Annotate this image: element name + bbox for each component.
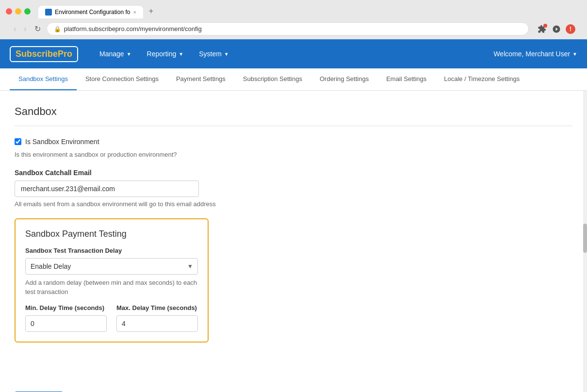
section-divider (15, 126, 572, 126)
payment-testing-box: Sandbox Payment Testing Sandbox Test Tra… (15, 218, 209, 342)
save-row: ✓ Save (0, 382, 587, 392)
min-delay-label: Min. Delay Time (seconds) (25, 304, 107, 312)
alert-icon[interactable]: ! (566, 24, 575, 34)
logo-accent: Pro (58, 49, 72, 59)
page-tabs: Sandbox Settings Store Connection Settin… (0, 68, 587, 91)
forward-button[interactable]: › (22, 23, 28, 35)
tab-close-button[interactable]: × (133, 9, 136, 15)
app-logo[interactable]: SubscribePro (10, 46, 78, 62)
tab-email-settings[interactable]: Email Settings (377, 68, 435, 90)
extensions-icon[interactable] (537, 24, 547, 34)
page-content: Sandbox Is Sandbox Environment Is this e… (0, 91, 587, 382)
content-wrapper: Sandbox Is Sandbox Environment Is this e… (0, 91, 587, 392)
browser-chrome: Environment Configuration fo × + ‹ › ↻ 🔒… (0, 0, 587, 39)
sandbox-checkbox[interactable] (15, 138, 21, 145)
tab-title: Environment Configuration fo (55, 9, 130, 16)
toolbar-icons: ! (537, 24, 575, 34)
tab-store-connection[interactable]: Store Connection Settings (77, 68, 167, 90)
scrollbar[interactable] (583, 91, 587, 392)
close-dot[interactable] (6, 8, 12, 15)
tab-subscription-settings[interactable]: Subscription Settings (234, 68, 311, 90)
profile-icon[interactable] (551, 24, 562, 34)
user-label: Welcome, Merchant User (493, 50, 570, 58)
max-delay-label: Max. Delay Time (seconds) (116, 304, 198, 312)
delay-select-wrapper: Enable Delay ▼ (25, 258, 198, 275)
tab-locale-settings[interactable]: Locale / Timezone Settings (435, 68, 528, 90)
reporting-arrow: ▼ (179, 51, 183, 57)
user-menu[interactable]: Welcome, Merchant User ▼ (493, 50, 577, 58)
maximize-dot[interactable] (24, 8, 31, 15)
sandbox-checkbox-label[interactable]: Is Sandbox Environment (25, 138, 99, 146)
tab-payment-settings[interactable]: Payment Settings (167, 68, 234, 90)
main-nav: Manage ▼ Reporting ▼ System ▼ (93, 46, 493, 62)
delay-select[interactable]: Enable Delay (25, 258, 198, 275)
browser-tabs: Environment Configuration fo × + (38, 4, 158, 18)
delay-hint: Add a random delay (between min and max … (25, 278, 198, 296)
section-title: Sandbox (15, 105, 572, 118)
min-delay-field: Min. Delay Time (seconds) (25, 304, 107, 332)
app-header: SubscribePro Manage ▼ Reporting ▼ System… (0, 39, 587, 68)
manage-arrow: ▼ (127, 51, 131, 57)
catchall-hint: All emails sent from a sandbox environme… (15, 200, 572, 209)
max-delay-field: Max. Delay Time (seconds) (116, 304, 198, 332)
delay-label: Sandbox Test Transaction Delay (25, 247, 198, 254)
sandbox-description: Is this environment a sandbox or product… (15, 150, 572, 159)
scrollbar-thumb[interactable] (583, 224, 587, 253)
sandbox-checkbox-row: Is Sandbox Environment (15, 138, 572, 146)
nav-system[interactable]: System ▼ (192, 46, 236, 62)
url-bar[interactable]: 🔒 platform.subscribepro.com/myenvironmen… (47, 22, 529, 35)
user-menu-arrow: ▼ (572, 51, 577, 57)
active-tab[interactable]: Environment Configuration fo × (38, 6, 143, 18)
new-tab-button[interactable]: + (144, 4, 158, 18)
address-bar: ‹ › ↻ 🔒 platform.subscribepro.com/myenvi… (6, 22, 581, 39)
url-text: platform.subscribepro.com/myenvironment/… (64, 25, 202, 33)
logo-main: Subscribe (16, 49, 58, 59)
tab-sandbox-settings[interactable]: Sandbox Settings (10, 68, 77, 90)
lock-icon: 🔒 (54, 26, 61, 33)
tab-favicon (45, 9, 52, 16)
back-button[interactable]: ‹ (12, 23, 18, 35)
system-arrow: ▼ (224, 51, 229, 57)
minimize-dot[interactable] (15, 8, 21, 15)
max-delay-input[interactable] (116, 315, 198, 332)
nav-manage[interactable]: Manage ▼ (93, 46, 138, 62)
title-bar: Environment Configuration fo × + (6, 4, 581, 18)
window-controls (6, 8, 31, 15)
catchall-email-input[interactable] (15, 180, 199, 197)
tab-ordering-settings[interactable]: Ordering Settings (311, 68, 377, 90)
min-delay-input[interactable] (25, 315, 107, 332)
catchall-label: Sandbox Catchall Email (15, 169, 572, 177)
catchall-email-group: Sandbox Catchall Email All emails sent f… (15, 169, 572, 209)
reload-button[interactable]: ↻ (33, 22, 43, 35)
delay-fields: Min. Delay Time (seconds) Max. Delay Tim… (25, 304, 198, 332)
nav-reporting[interactable]: Reporting ▼ (140, 46, 191, 62)
payment-box-title: Sandbox Payment Testing (25, 229, 198, 239)
